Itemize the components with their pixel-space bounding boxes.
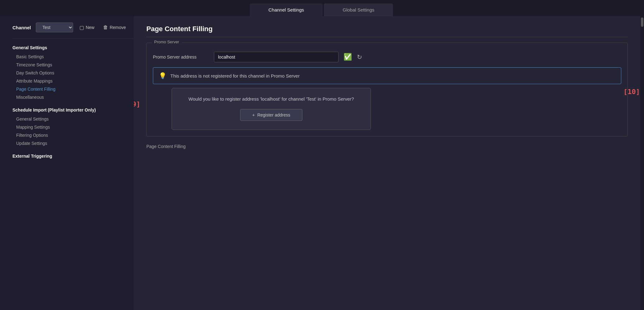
- channel-select[interactable]: Test: [36, 22, 73, 32]
- external-triggering-group-title: External Triggering: [12, 154, 134, 159]
- channel-label: Channel: [12, 25, 31, 30]
- sidebar-item-filtering-options[interactable]: Filtering Options: [12, 131, 134, 139]
- annotation-10: [10]: [623, 88, 640, 96]
- content-area: Page Content Filling Promo Server Promo …: [134, 16, 640, 310]
- sidebar-item-basic-settings[interactable]: Basic Settings: [12, 53, 134, 61]
- sidebar-item-general-settings[interactable]: General Settings: [12, 115, 134, 123]
- register-question-text: Would you like to register address 'loca…: [182, 96, 361, 103]
- schedule-import-group-title: Schedule Import (Playlist Importer Only): [12, 107, 134, 112]
- sidebar-item-day-switch-options[interactable]: Day Switch Options: [12, 69, 134, 77]
- register-panel-wrapper: [9] [10] Would you like to register addr…: [153, 88, 621, 130]
- register-panel: Would you like to register address 'loca…: [172, 88, 371, 130]
- annotation-9: [9]: [134, 100, 140, 108]
- sidebar-item-page-content-filling[interactable]: Page Content Filling: [12, 85, 134, 93]
- refresh-icon[interactable]: ↻: [357, 53, 362, 61]
- channel-bar: Channel Test ▢ New 🗑 Remove 📥 Import 📤 E…: [12, 16, 134, 39]
- register-address-button[interactable]: + Register address: [240, 109, 302, 121]
- check-icon: ✅: [343, 53, 352, 61]
- promo-address-label: Promo Server address: [153, 55, 209, 60]
- lightbulb-icon: 💡: [159, 72, 167, 79]
- scrollbar-area: [640, 16, 644, 310]
- info-message-text: This address is not registered for this …: [170, 73, 300, 79]
- remove-button[interactable]: 🗑 Remove: [101, 23, 128, 31]
- content-inner: Page Content Filling Promo Server Promo …: [134, 16, 640, 158]
- info-message-box: 💡 This address is not registered for thi…: [153, 67, 621, 84]
- sidebar-item-mapping-settings[interactable]: Mapping Settings: [12, 123, 134, 131]
- sidebar-item-timezone-settings[interactable]: Timezone Settings: [12, 61, 134, 69]
- promo-server-address-row: Promo Server address ✅ ↻: [153, 52, 621, 62]
- tab-global-settings[interactable]: Global Settings: [324, 3, 393, 16]
- plus-icon: +: [252, 112, 255, 117]
- main-layout: Channel Test ▢ New 🗑 Remove 📥 Import 📤 E…: [0, 16, 644, 310]
- bottom-section-title: Page Content Filling: [146, 144, 628, 149]
- new-icon: ▢: [79, 25, 84, 31]
- sidebar: Channel Test ▢ New 🗑 Remove 📥 Import 📤 E…: [0, 16, 134, 310]
- new-button[interactable]: ▢ New: [77, 23, 97, 32]
- trash-icon: 🗑: [103, 25, 108, 30]
- top-tab-bar: Channel Settings Global Settings: [0, 0, 644, 16]
- promo-server-legend: Promo Server: [152, 40, 182, 44]
- sidebar-item-update-settings[interactable]: Update Settings: [12, 139, 134, 147]
- general-settings-group-title: General Settings: [12, 45, 134, 50]
- promo-address-input[interactable]: [214, 52, 339, 62]
- sidebar-item-miscellaneous[interactable]: Miscellaneous: [12, 93, 134, 101]
- scrollbar-thumb[interactable]: [641, 17, 643, 27]
- page-title: Page Content Filling: [146, 25, 628, 37]
- tab-channel-settings[interactable]: Channel Settings: [250, 3, 323, 16]
- sidebar-item-attribute-mappings[interactable]: Attribute Mappings: [12, 77, 134, 85]
- promo-server-section: Promo Server Promo Server address ✅ ↻ [8…: [146, 43, 628, 136]
